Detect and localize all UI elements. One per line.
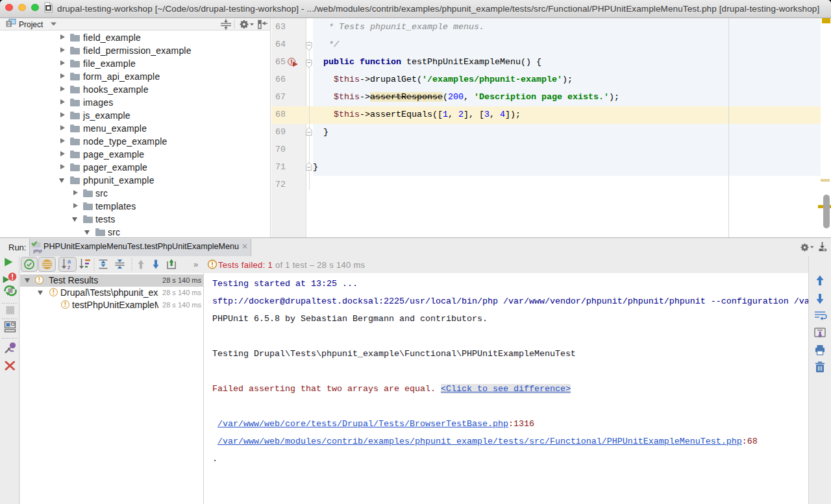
svg-text:php: php (33, 248, 42, 254)
svg-text:a: a (68, 258, 71, 265)
svg-text:z: z (68, 264, 71, 270)
svg-text:»: » (193, 259, 198, 269)
